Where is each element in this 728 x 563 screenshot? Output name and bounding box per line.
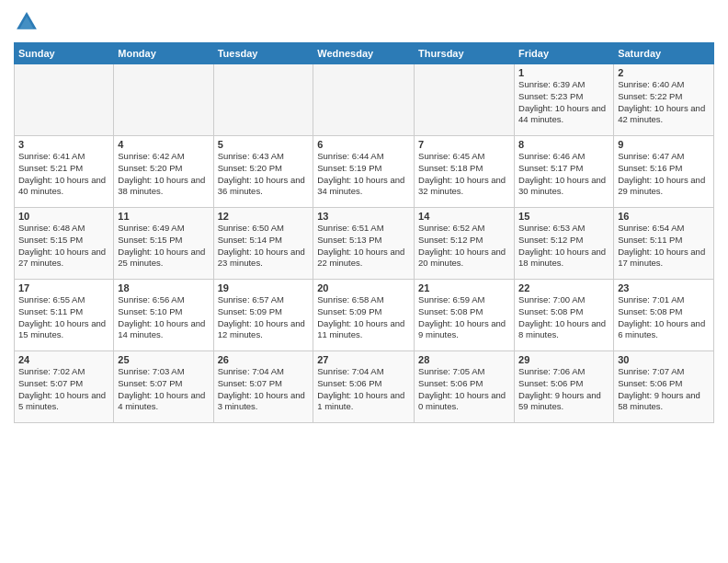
day-info: Sunrise: 7:02 AM Sunset: 5:07 PM Dayligh… — [18, 366, 109, 413]
calendar-cell — [415, 64, 515, 136]
calendar-cell: 7Sunrise: 6:45 AM Sunset: 5:18 PM Daylig… — [415, 136, 515, 208]
week-row-3: 10Sunrise: 6:48 AM Sunset: 5:15 PM Dayli… — [15, 208, 714, 280]
calendar-cell: 8Sunrise: 6:46 AM Sunset: 5:17 PM Daylig… — [515, 136, 614, 208]
day-info: Sunrise: 6:55 AM Sunset: 5:11 PM Dayligh… — [18, 294, 109, 341]
calendar-cell: 10Sunrise: 6:48 AM Sunset: 5:15 PM Dayli… — [15, 208, 114, 280]
day-info: Sunrise: 7:03 AM Sunset: 5:07 PM Dayligh… — [118, 366, 209, 413]
day-info: Sunrise: 6:42 AM Sunset: 5:20 PM Dayligh… — [118, 151, 209, 198]
calendar-cell: 22Sunrise: 7:00 AM Sunset: 5:08 PM Dayli… — [515, 280, 614, 351]
day-info: Sunrise: 6:49 AM Sunset: 5:15 PM Dayligh… — [118, 223, 209, 270]
calendar-cell: 13Sunrise: 6:51 AM Sunset: 5:13 PM Dayli… — [313, 208, 415, 280]
day-number: 13 — [317, 211, 410, 222]
week-row-5: 24Sunrise: 7:02 AM Sunset: 5:07 PM Dayli… — [15, 351, 714, 423]
day-info: Sunrise: 7:05 AM Sunset: 5:06 PM Dayligh… — [418, 366, 510, 413]
logo-icon — [14, 9, 40, 35]
day-number: 26 — [218, 354, 310, 365]
calendar-cell: 18Sunrise: 6:56 AM Sunset: 5:10 PM Dayli… — [114, 280, 213, 351]
day-number: 9 — [618, 139, 710, 150]
day-info: Sunrise: 6:58 AM Sunset: 5:09 PM Dayligh… — [317, 294, 410, 341]
calendar-cell: 20Sunrise: 6:58 AM Sunset: 5:09 PM Dayli… — [313, 280, 415, 351]
calendar-cell — [114, 64, 213, 136]
calendar-cell: 21Sunrise: 6:59 AM Sunset: 5:08 PM Dayli… — [415, 280, 515, 351]
day-info: Sunrise: 6:57 AM Sunset: 5:09 PM Dayligh… — [218, 294, 310, 341]
day-info: Sunrise: 7:04 AM Sunset: 5:07 PM Dayligh… — [218, 366, 310, 413]
day-info: Sunrise: 6:59 AM Sunset: 5:08 PM Dayligh… — [418, 294, 510, 341]
day-number: 3 — [18, 139, 109, 150]
calendar-cell: 4Sunrise: 6:42 AM Sunset: 5:20 PM Daylig… — [114, 136, 213, 208]
day-info: Sunrise: 6:52 AM Sunset: 5:12 PM Dayligh… — [418, 223, 510, 270]
calendar-cell: 26Sunrise: 7:04 AM Sunset: 5:07 PM Dayli… — [213, 351, 313, 423]
day-number: 30 — [618, 354, 710, 365]
calendar-cell: 5Sunrise: 6:43 AM Sunset: 5:20 PM Daylig… — [213, 136, 313, 208]
day-number: 14 — [418, 211, 510, 222]
day-info: Sunrise: 6:43 AM Sunset: 5:20 PM Dayligh… — [218, 151, 310, 198]
calendar-cell: 27Sunrise: 7:04 AM Sunset: 5:06 PM Dayli… — [313, 351, 415, 423]
day-info: Sunrise: 7:01 AM Sunset: 5:08 PM Dayligh… — [618, 294, 710, 341]
calendar-cell: 29Sunrise: 7:06 AM Sunset: 5:06 PM Dayli… — [515, 351, 614, 423]
calendar-cell — [213, 64, 313, 136]
day-number: 20 — [317, 282, 410, 293]
day-info: Sunrise: 7:00 AM Sunset: 5:08 PM Dayligh… — [518, 294, 609, 341]
day-info: Sunrise: 6:40 AM Sunset: 5:22 PM Dayligh… — [618, 79, 710, 126]
day-number: 7 — [418, 139, 510, 150]
day-info: Sunrise: 6:56 AM Sunset: 5:10 PM Dayligh… — [118, 294, 209, 341]
day-info: Sunrise: 6:54 AM Sunset: 5:11 PM Dayligh… — [618, 223, 710, 270]
day-number: 12 — [218, 211, 310, 222]
day-number: 15 — [518, 211, 609, 222]
calendar-cell: 30Sunrise: 7:07 AM Sunset: 5:06 PM Dayli… — [614, 351, 714, 423]
calendar-cell: 6Sunrise: 6:44 AM Sunset: 5:19 PM Daylig… — [313, 136, 415, 208]
day-info: Sunrise: 6:47 AM Sunset: 5:16 PM Dayligh… — [618, 151, 710, 198]
day-info: Sunrise: 7:06 AM Sunset: 5:06 PM Dayligh… — [518, 366, 609, 413]
week-row-1: 1Sunrise: 6:39 AM Sunset: 5:23 PM Daylig… — [15, 64, 714, 136]
day-number: 21 — [418, 282, 510, 293]
calendar-cell: 15Sunrise: 6:53 AM Sunset: 5:12 PM Dayli… — [515, 208, 614, 280]
day-number: 5 — [218, 139, 310, 150]
day-info: Sunrise: 6:51 AM Sunset: 5:13 PM Dayligh… — [317, 223, 410, 270]
calendar-table: SundayMondayTuesdayWednesdayThursdayFrid… — [14, 42, 714, 423]
week-row-2: 3Sunrise: 6:41 AM Sunset: 5:21 PM Daylig… — [15, 136, 714, 208]
page-container: SundayMondayTuesdayWednesdayThursdayFrid… — [0, 0, 728, 563]
day-info: Sunrise: 6:44 AM Sunset: 5:19 PM Dayligh… — [317, 151, 410, 198]
day-info: Sunrise: 7:07 AM Sunset: 5:06 PM Dayligh… — [618, 366, 710, 413]
day-info: Sunrise: 6:39 AM Sunset: 5:23 PM Dayligh… — [518, 79, 609, 126]
day-number: 4 — [118, 139, 209, 150]
day-number: 22 — [518, 282, 609, 293]
calendar-cell — [313, 64, 415, 136]
day-number: 1 — [518, 67, 609, 78]
header — [14, 9, 714, 35]
day-number: 27 — [317, 354, 410, 365]
day-info: Sunrise: 6:41 AM Sunset: 5:21 PM Dayligh… — [18, 151, 109, 198]
day-number: 18 — [118, 282, 209, 293]
calendar-cell: 28Sunrise: 7:05 AM Sunset: 5:06 PM Dayli… — [415, 351, 515, 423]
weekday-header-row: SundayMondayTuesdayWednesdayThursdayFrid… — [15, 43, 714, 64]
day-number: 6 — [317, 139, 410, 150]
day-number: 17 — [18, 282, 109, 293]
calendar-cell: 2Sunrise: 6:40 AM Sunset: 5:22 PM Daylig… — [614, 64, 714, 136]
week-row-4: 17Sunrise: 6:55 AM Sunset: 5:11 PM Dayli… — [15, 280, 714, 351]
calendar-cell: 16Sunrise: 6:54 AM Sunset: 5:11 PM Dayli… — [614, 208, 714, 280]
calendar-cell: 19Sunrise: 6:57 AM Sunset: 5:09 PM Dayli… — [213, 280, 313, 351]
day-info: Sunrise: 7:04 AM Sunset: 5:06 PM Dayligh… — [317, 366, 410, 413]
day-number: 2 — [618, 67, 710, 78]
day-info: Sunrise: 6:48 AM Sunset: 5:15 PM Dayligh… — [18, 223, 109, 270]
calendar-cell: 23Sunrise: 7:01 AM Sunset: 5:08 PM Dayli… — [614, 280, 714, 351]
day-number: 16 — [618, 211, 710, 222]
calendar-cell: 3Sunrise: 6:41 AM Sunset: 5:21 PM Daylig… — [15, 136, 114, 208]
day-number: 25 — [118, 354, 209, 365]
day-number: 23 — [618, 282, 710, 293]
calendar-cell: 1Sunrise: 6:39 AM Sunset: 5:23 PM Daylig… — [515, 64, 614, 136]
calendar-cell: 12Sunrise: 6:50 AM Sunset: 5:14 PM Dayli… — [213, 208, 313, 280]
day-number: 28 — [418, 354, 510, 365]
calendar-cell: 11Sunrise: 6:49 AM Sunset: 5:15 PM Dayli… — [114, 208, 213, 280]
weekday-header-saturday: Saturday — [614, 43, 714, 64]
day-info: Sunrise: 6:46 AM Sunset: 5:17 PM Dayligh… — [518, 151, 609, 198]
day-number: 8 — [518, 139, 609, 150]
day-info: Sunrise: 6:45 AM Sunset: 5:18 PM Dayligh… — [418, 151, 510, 198]
weekday-header-sunday: Sunday — [15, 43, 114, 64]
day-number: 11 — [118, 211, 209, 222]
day-number: 19 — [218, 282, 310, 293]
logo — [14, 9, 41, 35]
calendar-cell: 14Sunrise: 6:52 AM Sunset: 5:12 PM Dayli… — [415, 208, 515, 280]
day-info: Sunrise: 6:53 AM Sunset: 5:12 PM Dayligh… — [518, 223, 609, 270]
day-number: 29 — [518, 354, 609, 365]
